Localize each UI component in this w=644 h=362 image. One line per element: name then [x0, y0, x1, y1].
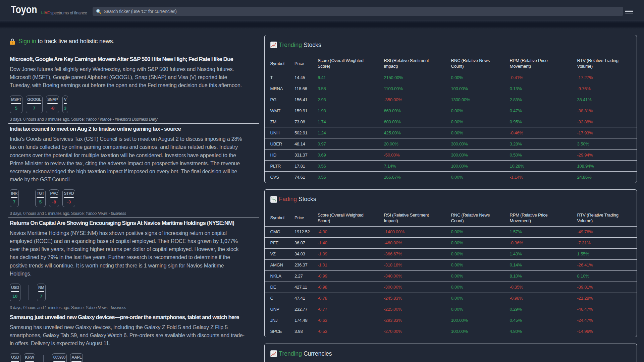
table-cell: 427.11: [294, 282, 318, 293]
table-cell: 0.00%: [451, 282, 510, 293]
menu-icon[interactable]: [625, 10, 633, 13]
table-cell: -4.30: [318, 226, 384, 237]
ticker-tag[interactable]: USD 10: [10, 284, 20, 301]
table-row[interactable]: VZ34.03-1.09-366.67%0.00%1.43%1.55%: [265, 248, 637, 259]
table-cell: 0.00%: [451, 237, 510, 248]
table-row[interactable]: NKLA2.27-0.99-340.00%0.00%8.10%8.10%: [265, 270, 637, 282]
ticker-tag[interactable]: MSFT 5: [10, 96, 22, 113]
tag-group-separator: [29, 285, 29, 300]
table-cell: 17.81: [294, 161, 318, 172]
ticker-tag[interactable]: TGT 5: [35, 189, 45, 207]
table-cell: -340.00%: [384, 270, 451, 282]
signin-link[interactable]: Sign in: [18, 38, 36, 45]
news-article: Microsoft, Google Are Key Earnings Mover…: [8, 56, 259, 124]
panel-title-rest: Stocks: [299, 196, 316, 203]
ticker-score: -8: [52, 199, 56, 204]
ticker-tag[interactable]: AAPL: [70, 353, 83, 362]
ticker-tag[interactable]: PVC -8: [49, 189, 59, 207]
ticker-tag[interactable]: STVD -3: [62, 189, 75, 207]
table-cell: 2.27: [294, 270, 318, 282]
panel-title-accent: Trending: [279, 350, 302, 357]
table-row[interactable]: C47.41-0.78-245.83%0.00%-0.98%-21.28%: [265, 293, 637, 304]
table-cell: 108.94%: [577, 161, 637, 172]
table-row[interactable]: DE427.11-0.98-300.00%0.00%-0.35%-39.81%: [265, 282, 637, 293]
table-row[interactable]: T14.456.412150.00%0.00%-0.41%-17.27%: [265, 72, 637, 83]
table-row[interactable]: PG156.412.93-350.00%1300.00%2.83%38.41%: [265, 94, 637, 105]
ticker-tag[interactable]: V 3: [62, 96, 68, 113]
news-column: Sign in to track live and holistic news.…: [8, 29, 259, 362]
panel-list: Trending Stocks SymbolPriceScore (Overal…: [264, 35, 637, 362]
table-cell: -225.00%: [384, 304, 451, 315]
ticker-underline: [38, 291, 44, 292]
main-content: Sign in to track live and holistic news.…: [0, 29, 644, 362]
signin-text: to track live and holistic news.: [38, 38, 114, 45]
column-header: RPM (Relative Price Movement): [510, 208, 577, 227]
ticker-score: -3: [67, 199, 71, 204]
table-row[interactable]: PFE36.07-1.40-460.00%0.00%-0.36%-7.31%: [265, 237, 637, 248]
column-header: Price: [294, 208, 318, 227]
table-cell: 0.00%: [451, 105, 510, 116]
table-cell: 1.74: [318, 116, 384, 127]
table-cell: 0.55: [318, 172, 384, 183]
table-cell: C: [265, 293, 294, 304]
ticker-underline: [64, 103, 67, 104]
table-row[interactable]: MRNA118.663.581100.00%100.00%0.13%-9.76%: [265, 83, 637, 94]
table-row[interactable]: UBER48.140.9720.00%300.00%3.28%3.50%: [265, 138, 637, 149]
ticker-tag[interactable]: USD: [10, 353, 20, 362]
table-row[interactable]: WMT159.911.93669.09%0.00%0.47%-38.31%: [265, 105, 637, 116]
ticker-score: 7: [13, 199, 16, 204]
search-bar[interactable]: [93, 7, 623, 16]
ticker-underline: [11, 291, 19, 292]
table-cell: 118.66: [294, 83, 318, 94]
ticker-symbol: USD: [11, 286, 19, 290]
table-row[interactable]: SPCE3.93-0.53-270.00%100.00%4.80%-14.96%: [265, 326, 637, 337]
menu-bar: [625, 10, 633, 10]
table-cell: 0.00%: [451, 259, 510, 270]
ticker-tag[interactable]: 005930: [52, 353, 67, 362]
table-row[interactable]: CMG1912.52-4.30-1400.00%0.00%1.57%-49.76…: [265, 226, 637, 237]
chart-icon: [270, 196, 277, 203]
ticker-tag[interactable]: INR 7: [10, 189, 19, 207]
table-cell: 0.69: [318, 149, 384, 161]
ticker-tag[interactable]: KRW: [24, 353, 36, 362]
panel-title: Fading Stocks: [270, 195, 637, 203]
ticker-symbol: AAPL: [71, 355, 82, 360]
article-headline: Microsoft, Google Are Key Earnings Mover…: [10, 56, 259, 62]
table-cell: -0.36%: [510, 237, 577, 248]
ticker-tag[interactable]: SNAP -8: [46, 96, 59, 113]
ticker-score: 5: [39, 199, 42, 204]
table-row[interactable]: UNP232.77-0.77-225.00%0.00%0.29%-46.47%: [265, 304, 637, 315]
table-cell: -1.14%: [510, 172, 577, 183]
panel-title: Trending Currencies: [270, 350, 637, 358]
table-row[interactable]: AMGN236.37-1.01-318.18%0.00%0.14%-26.41%: [265, 259, 637, 270]
table-row[interactable]: CVS74.610.55166.67%0.00%-1.14%24.86%: [265, 172, 637, 183]
table-cell: UBER: [265, 138, 294, 149]
table-row[interactable]: HD331.370.69-50.00%300.00%0.50%-29.94%: [265, 149, 637, 161]
table-cell: T: [265, 72, 294, 83]
table-row[interactable]: UNH502.911.24425.00%0.00%-0.46%-17.93%: [265, 127, 637, 138]
tag-group-separator: [43, 355, 44, 362]
table-cell: 0.29%: [510, 304, 577, 315]
table-cell: -0.98%: [510, 293, 577, 304]
table-cell: NKLA: [265, 270, 294, 282]
ticker-score: 5: [15, 106, 17, 111]
table-cell: CVS: [265, 172, 294, 183]
table-cell: DE: [265, 282, 294, 293]
article-summary: Dow Jones futures fell slightly early We…: [10, 65, 247, 90]
table-cell: 38.41%: [577, 94, 637, 105]
table-cell: -1.09: [318, 248, 384, 259]
table-cell: -0.35%: [510, 282, 577, 293]
table-cell: -318.18%: [384, 259, 451, 270]
article-age: 3 days, 0 hours and 1 minutes ago. Sourc…: [10, 211, 86, 216]
article-tag-row: USD KRW 005930 AAPL: [10, 353, 259, 362]
table-row[interactable]: PLTR17.810.567.14%100.00%10.28%108.94%: [265, 161, 637, 172]
table-row[interactable]: ZM73.081.74600.00%0.00%0.95%-32.88%: [265, 116, 637, 127]
ticker-tag[interactable]: NM 7: [37, 284, 45, 301]
search-input[interactable]: [104, 9, 620, 14]
news-article: India tax council to meet on Aug 2 to fi…: [8, 126, 259, 218]
table-row[interactable]: JNJ174.48-0.63-293.33%100.00%0.45%-24.47…: [265, 315, 637, 326]
ticker-tag[interactable]: GOOGL 7: [26, 96, 43, 113]
article-tag-row: MSFT 5 GOOGL 7 SNAP -8 V 3: [10, 96, 259, 113]
table-cell: 8.10%: [510, 270, 577, 282]
table-cell: 1.55%: [577, 248, 637, 259]
